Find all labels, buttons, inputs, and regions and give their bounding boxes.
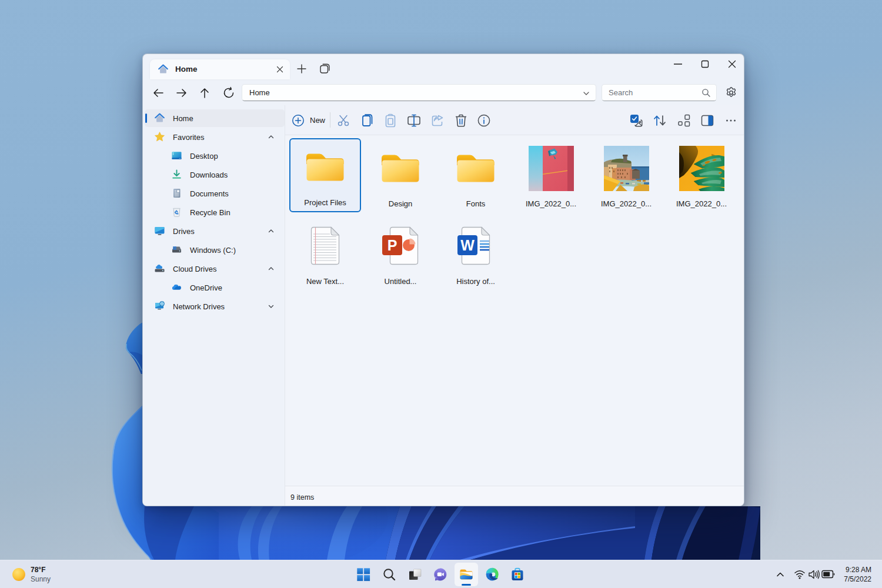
svg-text:P: P [387, 237, 397, 253]
svg-text:W: W [460, 237, 475, 253]
